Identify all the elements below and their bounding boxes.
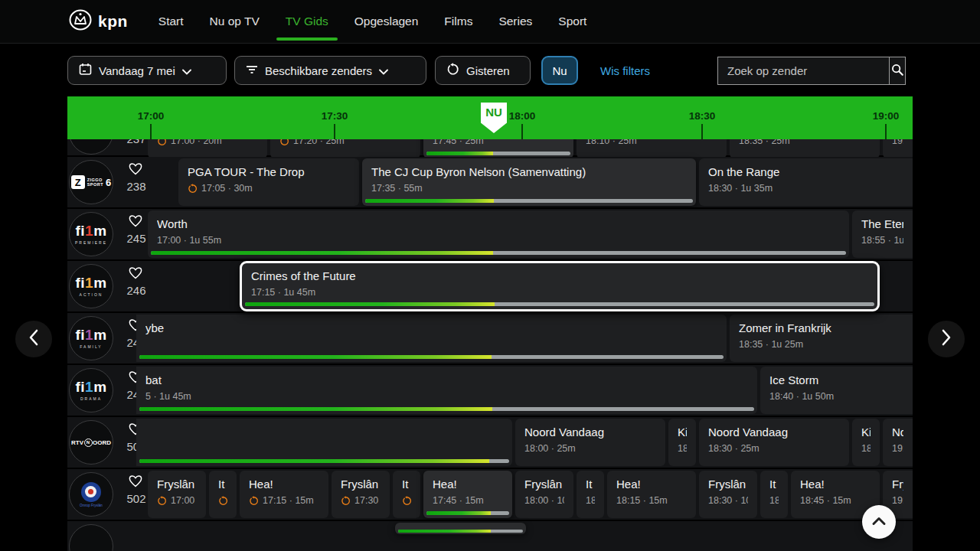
program-time: 5 · 1u 45m [145, 391, 748, 402]
channel-cell[interactable]: ZZIGGOSPORT6238 [67, 157, 136, 207]
channel-logo: fi1mACTION [69, 264, 113, 308]
program-title: Fryslân Hj [708, 478, 748, 491]
progress-bar [139, 355, 724, 359]
rtv-noord-logo: RTVNOORD [71, 439, 111, 447]
program-tile[interactable]: Kie18:25 · 5m [668, 419, 696, 466]
program-tile[interactable]: Fryslân Hj18:30 · 10m [699, 471, 757, 518]
program-tile[interactable]: Kie18:55 · 5m [852, 419, 880, 466]
program-tile[interactable]: Noord Vandaag18:30 · 25m [699, 419, 849, 466]
film1-logo: fi1m [75, 380, 106, 394]
program-tile[interactable]: Worth17:00 · 1u 55m [148, 210, 849, 258]
program-time: 18:55 · 1u 3 [861, 235, 903, 246]
program-time: 17:30 · 10m [341, 495, 381, 506]
nav-item-opgeslagen[interactable]: Opgeslagen [354, 15, 419, 28]
program-tile[interactable]: Noord Vandaag18:00 · 25m [515, 419, 665, 466]
top-nav: kpn Start Nu op TV TV Gids Opgeslagen Fi… [0, 0, 980, 44]
program-tile[interactable]: It W17:40 · 5m [393, 471, 420, 518]
program-tile[interactable]: Fryslân Hj17:00 · 10m [148, 471, 206, 518]
program-time: 19:00 · 10m [892, 495, 903, 506]
progress-bar [365, 199, 693, 203]
program-title: The CJ Cup Byron Nelson (Samenvatting) [371, 165, 687, 179]
program-time: 18:00 · 10m [524, 495, 564, 506]
program-tile[interactable]: It W18:10 · 5m [577, 471, 604, 518]
timeline-tick-line [521, 124, 523, 139]
favorite-heart-icon[interactable] [129, 475, 142, 491]
channel-cell[interactable]: RTVNOORD501 [67, 417, 136, 468]
favorite-heart-icon[interactable] [129, 267, 142, 282]
program-title: Noord Vandaag [708, 425, 840, 439]
program-tile[interactable]: Zomer in Frankrijk18:35 · 1u 25m [730, 315, 913, 362]
nav-item-series[interactable]: Series [498, 15, 532, 28]
nav-item-films[interactable]: Films [444, 15, 472, 28]
program-tile[interactable]: Ice Storm18:40 · 1u 50m [760, 367, 913, 414]
program-title [145, 425, 503, 439]
replay-icon [402, 496, 411, 506]
channel-row: RTVNOORD501Noord Vandaag18:00 · 25mKie18… [67, 417, 913, 468]
chevron-right-icon [941, 329, 952, 349]
program-tile[interactable]: Hea!17:15 · 15m [240, 471, 328, 518]
channel-cell[interactable]: fi1mDRAMA248 [67, 365, 136, 416]
program-tile[interactable] [395, 523, 526, 534]
program-title: Fryslân Hj [157, 478, 197, 491]
page-right-button[interactable] [928, 321, 965, 357]
program-tile[interactable]: The Eter18:55 · 1u 3 [852, 210, 913, 258]
progress-bar [426, 511, 509, 515]
program-tile[interactable]: ybe [136, 315, 727, 362]
channel-cell[interactable]: fi1mACTION246 [67, 261, 136, 311]
program-tile[interactable]: Hea!17:45 · 15m [423, 471, 512, 518]
program-tile[interactable]: Crimes of the Future17:15 · 1u 45m [240, 261, 880, 311]
program-time: 19:00 · 25m [892, 443, 903, 454]
program-time: 17:15 · 1u 45m [251, 287, 868, 298]
program-time: 18:35 · 1u 25m [739, 339, 903, 350]
program-title: Fryslân Hj [341, 478, 381, 491]
program-title: Hea! [249, 478, 319, 491]
program-title: bat [145, 373, 748, 387]
program-title: The Eter [861, 217, 903, 231]
channel-row: ZZIGGOSPORT6238PGA TOUR - The Drop17:05 … [67, 157, 913, 207]
channel-cell[interactable] [67, 521, 136, 551]
program-tile[interactable]: bat5 · 1u 45m [136, 367, 757, 414]
film1-logo: fi1m [75, 328, 106, 342]
nav-item-sport[interactable]: Sport [558, 15, 586, 28]
program-tile[interactable]: Noord Vandaag19:00 · 25m [883, 419, 913, 466]
program-title: It W [586, 478, 595, 491]
program-tile[interactable]: It W17:10 · 5m [209, 471, 237, 518]
program-tile[interactable]: The CJ Cup Byron Nelson (Samenvatting)17… [362, 158, 696, 206]
channel-cell[interactable]: Omrop Fryslân502 [67, 469, 136, 520]
program-tile[interactable]: On the Range18:30 · 1u 35m [699, 158, 913, 206]
channel-number: 246 [115, 284, 158, 297]
crown-logo-icon [67, 8, 93, 34]
program-time: 18:45 · 15m [800, 495, 871, 506]
nav-item-nu-op-tv[interactable]: Nu op TV [210, 15, 260, 28]
scroll-to-top-button[interactable] [862, 505, 896, 539]
program-time: 18:30 · 25m [708, 443, 840, 454]
nav-item-tv-gids[interactable]: TV Gids [286, 15, 328, 28]
film1-logo: fi1m [75, 223, 106, 238]
channel-cell[interactable]: fi1mPREMIERE245 [67, 209, 136, 259]
program-time: 18:40 · 5m [769, 495, 779, 506]
program-tile[interactable]: PGA TOUR - The Drop17:05 · 30m [178, 158, 359, 206]
nav-item-start[interactable]: Start [158, 15, 184, 28]
program-tile[interactable] [136, 419, 512, 466]
page-left-button[interactable] [15, 321, 52, 357]
replay-icon [249, 496, 259, 506]
timeline-tick-label: 18:00 [509, 110, 536, 122]
favorite-heart-icon[interactable] [129, 163, 142, 178]
omrop-fryslan-logo: Omrop Fryslân [80, 482, 103, 507]
program-time: 18:55 · 5m [861, 443, 871, 454]
program-title: Fryslân Hj [892, 478, 903, 491]
channel-row: Omrop Fryslân502Fryslân Hj17:00 · 10mIt … [67, 469, 913, 520]
kpn-logo[interactable]: kpn [67, 8, 128, 34]
program-tile[interactable]: Fryslân Hj17:30 · 10m [332, 471, 390, 518]
program-tile[interactable]: It W18:40 · 5m [760, 471, 788, 518]
replay-icon [218, 496, 227, 506]
nu-marker: NU [481, 103, 507, 133]
program-time: 18:10 · 5m [586, 495, 595, 506]
channel-cell[interactable]: fi1mFAMILY247 [67, 313, 136, 364]
program-tile[interactable]: Fryslân Hj18:00 · 10m [515, 471, 573, 518]
program-tile[interactable]: Hea!18:15 · 15m [607, 471, 696, 518]
program-title: PGA TOUR - The Drop [188, 165, 350, 179]
program-time: 17:00 · 1u 55m [157, 235, 840, 246]
favorite-heart-icon[interactable] [129, 215, 142, 230]
progress-bar [139, 407, 754, 411]
